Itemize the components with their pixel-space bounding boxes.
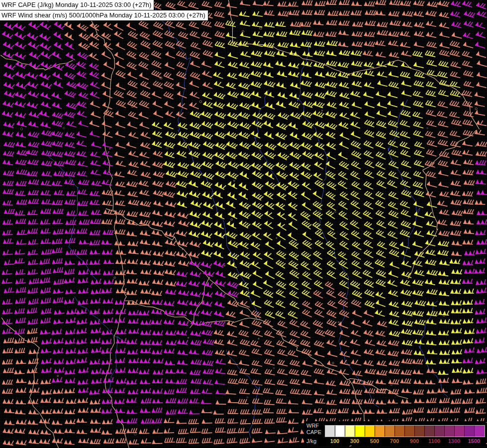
scale-tick-700: 700 [385, 438, 404, 444]
scale-tick-900: 900 [404, 438, 424, 444]
scale-tick-100: 100 [325, 438, 345, 444]
scale-cell-0 [325, 426, 335, 437]
scale-cell-5 [375, 426, 385, 437]
weather-map: WRF CAPE (J/kg) Monday 10-11-2025 03:00 … [0, 0, 487, 448]
scale-cell-4 [365, 426, 375, 437]
scale-cell-8 [405, 426, 415, 437]
legend-scale: 100300500700900110013001500 [325, 425, 485, 445]
legend-unit: J/kg [306, 438, 321, 445]
color-scale-ticks: 100300500700900110013001500 [325, 437, 485, 445]
scale-cell-7 [395, 426, 405, 437]
wind-barb-field [0, 0, 487, 448]
scale-cell-13 [455, 426, 465, 437]
legend-titles: WRF CAPE J/kg [306, 423, 321, 445]
scale-cell-12 [445, 426, 455, 437]
scale-cell-14 [465, 426, 475, 437]
map-titles: WRF CAPE (J/kg) Monday 10-11-2025 03:00 … [0, 0, 208, 21]
scale-cell-3 [355, 426, 365, 437]
scale-cell-11 [435, 426, 445, 437]
scale-cell-9 [415, 426, 425, 437]
scale-tick-300: 300 [345, 438, 365, 444]
scale-tick-1500: 1500 [464, 438, 484, 444]
color-scale-bar [325, 425, 485, 437]
legend-title-parameter: CAPE [306, 429, 321, 436]
legend-title-model: WRF [306, 423, 321, 429]
map-title-wind-shear: WRF Wind shear (m/s) 500/1000hPa Monday … [0, 10, 208, 21]
scale-cell-6 [385, 426, 395, 437]
scale-cell-2 [345, 426, 355, 437]
scale-cell-1 [335, 426, 345, 437]
scale-tick-1300: 1300 [444, 438, 464, 444]
scale-cell-10 [425, 426, 435, 437]
scale-cell-15 [475, 426, 485, 437]
map-title-cape: WRF CAPE (J/kg) Monday 10-11-2025 03:00 … [0, 0, 154, 10]
cape-legend: WRF CAPE J/kg 10030050070090011001300150… [304, 421, 486, 446]
scale-tick-1100: 1100 [424, 438, 444, 444]
scale-tick-500: 500 [365, 438, 385, 444]
